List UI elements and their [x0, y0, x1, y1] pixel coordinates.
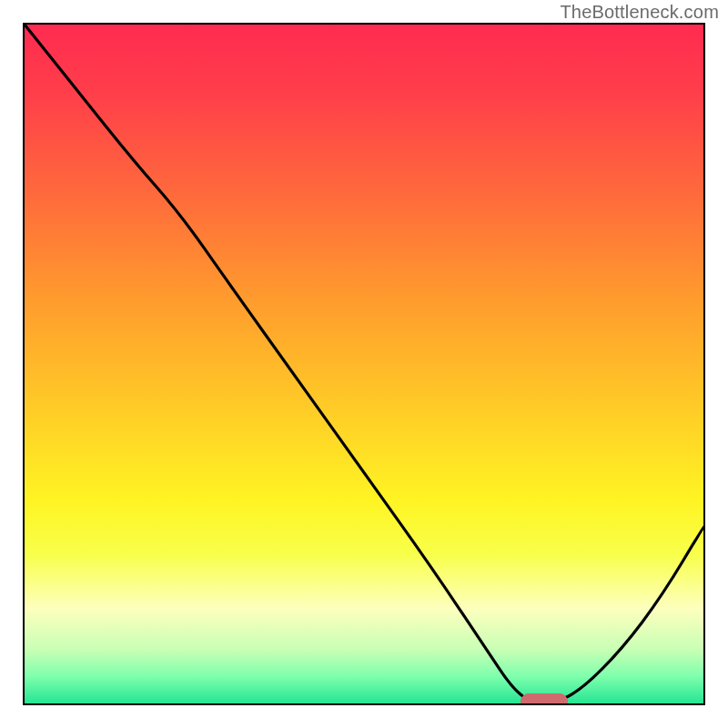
chart-stage: TheBottleneck.com — [0, 0, 728, 728]
optimal-marker — [521, 693, 568, 705]
curve-svg — [25, 25, 703, 703]
bottleneck-curve-path — [25, 25, 703, 703]
plot-area — [23, 23, 705, 705]
watermark-text: TheBottleneck.com — [560, 2, 719, 23]
